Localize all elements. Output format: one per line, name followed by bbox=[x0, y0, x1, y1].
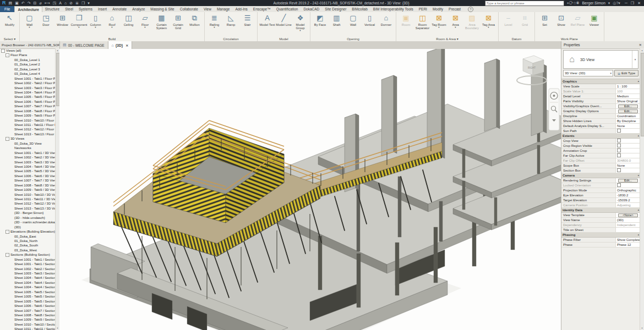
tree-item-sheet-1005-takt5-section[interactable]: Sheet 1005 - Takt5 / Section bbox=[0, 294, 56, 299]
ribbon-tool-curtain-grid[interactable]: ⊞Curtain Grid bbox=[170, 13, 186, 36]
scroll-thumb[interactable] bbox=[641, 53, 644, 136]
property-value[interactable]: Show Original bbox=[615, 99, 640, 103]
ribbon-help-icon[interactable]: ? bbox=[468, 7, 473, 12]
tree-item-sheet-1007-takt7-3d-view[interactable]: Sheet 1007 - Takt7 / 3D View bbox=[0, 178, 56, 183]
ribbon-tool-shaft[interactable]: ▥Shaft bbox=[329, 13, 345, 36]
property-value[interactable]: Edit... bbox=[615, 178, 640, 183]
property-value[interactable] bbox=[615, 153, 640, 158]
property-checkbox[interactable] bbox=[617, 153, 621, 157]
property-checkbox[interactable] bbox=[617, 144, 621, 147]
property-value[interactable]: Orthographic bbox=[615, 188, 640, 193]
tree-item-sections-building-section[interactable]: -Sections (Building Section) bbox=[0, 252, 56, 257]
ribbon-tool-show[interactable]: ⊡Show bbox=[553, 13, 569, 36]
ribbon-tab-annotate[interactable]: Annotate bbox=[110, 6, 129, 12]
tree-item-sheet-1006-takt6-section[interactable]: Sheet 1006 - Takt6 / Section bbox=[0, 304, 56, 308]
tree-item-sheet-1006-takt6-floor-plan[interactable]: Sheet 1006 - Takt6 / Floor Plan bbox=[0, 100, 56, 104]
ribbon-tool-wall[interactable]: ▢Wall▾ bbox=[21, 13, 37, 36]
ribbon-tab-site-designer[interactable]: Site Designer bbox=[322, 6, 349, 12]
text-icon[interactable]: A bbox=[59, 0, 62, 6]
tree-item-sheet-1010-takt10-floor-plan[interactable]: Sheet 1010 - Takt10 / Floor Plan bbox=[0, 118, 56, 123]
property-checkbox[interactable] bbox=[617, 168, 621, 172]
property-value[interactable] bbox=[615, 139, 640, 143]
property-value[interactable] bbox=[615, 129, 640, 133]
tree-item-sheet-1011-takt11-section[interactable]: Sheet 1011 - Takt11 / Section bbox=[0, 327, 56, 330]
ribbon-tab-enscape[interactable]: Enscape™ bbox=[250, 6, 274, 12]
tree-item-sheet-1005-takt5-floor-plan[interactable]: Sheet 1005 - Takt5 / Floor Plan bbox=[0, 95, 56, 99]
tree-item-sheet-1002-takt2-3d-view[interactable]: Sheet 1002 - Takt2 / 3D View bbox=[0, 155, 56, 160]
tree-item-sheet-1003-takt3-3d-view[interactable]: Sheet 1003 - Takt3 / 3D View bbox=[0, 160, 56, 164]
property-value[interactable]: -1830.2 bbox=[615, 193, 640, 197]
ribbon-tab-analyze[interactable]: Analyze bbox=[129, 6, 148, 12]
tree-item-sheet-1010-takt10-section[interactable]: Sheet 1010 - Takt10 / Section bbox=[0, 322, 56, 327]
property-section-camera[interactable]: Camera▴ bbox=[561, 173, 640, 178]
tree-item-sheet-1012-takt12-floor-plan[interactable]: Sheet 1012 - Takt12 / Floor Plan bbox=[0, 127, 56, 131]
tree-item-sheet-1007-takt7-floor-plan[interactable]: Sheet 1007 - Takt7 / Floor Plan bbox=[0, 104, 56, 108]
ribbon-tool-model-line[interactable]: ╱Model Line bbox=[276, 13, 292, 36]
ribbon-tab-structure[interactable]: Structure bbox=[42, 6, 62, 12]
tree-item-00-doka-level-1[interactable]: 00_Doka_Level 1 bbox=[0, 58, 56, 62]
tree-item-sheet-1002-takt2-section[interactable]: Sheet 1002 - Takt2 / Section bbox=[0, 267, 56, 271]
property-value[interactable]: By Discipline bbox=[615, 119, 640, 123]
tree-item-3d-martin-schneider-doka[interactable]: {3D - martin.schneider.doka} bbox=[0, 220, 56, 224]
expander-icon[interactable]: - bbox=[1, 49, 5, 53]
restore-button[interactable]: ❐ bbox=[629, 1, 636, 5]
tree-item-sheet-1008-takt8-3d-view[interactable]: Sheet 1008 - Takt8 / 3D View bbox=[0, 183, 56, 188]
tree-item-sheet-1008-takt8-section[interactable]: Sheet 1008 - Takt8 / Section bbox=[0, 313, 56, 317]
measure-icon[interactable]: ⌀ bbox=[39, 0, 41, 6]
print-icon[interactable]: ⊟ bbox=[34, 0, 37, 6]
ribbon-tab-bimcollab[interactable]: BIMcollab bbox=[349, 6, 370, 12]
ribbon-tab-file[interactable]: File bbox=[0, 6, 14, 12]
ribbon-tool-area[interactable]: ⊠Area▾ bbox=[447, 13, 463, 36]
tree-item-3d-berger-simon[interactable]: {3D - Berger.Simon} bbox=[0, 211, 56, 215]
edit-type-button[interactable]: ⊞ Edit Type bbox=[614, 70, 638, 76]
tree-item-01-doka-level-2[interactable]: 01_Doka_Level 2 bbox=[0, 62, 56, 67]
ribbon-tab-manage[interactable]: Manage bbox=[214, 6, 233, 12]
property-value[interactable]: Phase 12 bbox=[615, 243, 640, 247]
project-browser-scrollbar[interactable]: ▲ ▼ bbox=[55, 48, 59, 330]
ribbon-tool-ramp[interactable]: ◺Ramp bbox=[223, 13, 239, 36]
property-value[interactable]: Medium bbox=[615, 94, 640, 98]
tree-item-sheet-1001-takt1-3d-view[interactable]: Sheet 1001 - Takt1 / 3D View bbox=[0, 151, 56, 155]
property-value[interactable]: -15039.2 bbox=[615, 198, 640, 202]
tree-item-sheet-1004-takt4-section[interactable]: Sheet 1004 - Takt4 / Section bbox=[0, 280, 56, 285]
signin-user-label[interactable]: Berger.Simon bbox=[582, 1, 605, 5]
tree-item-sheet-1008-takt8-floor-plan[interactable]: Sheet 1008 - Takt8 / Floor Plan bbox=[0, 109, 56, 113]
property-value[interactable]: Edit... bbox=[615, 109, 640, 113]
tree-item-sheet-1009-takt9-section[interactable]: Sheet 1009 - Takt9 / Section bbox=[0, 317, 56, 322]
properties-scrollbar[interactable]: ▲ ▼ bbox=[640, 48, 644, 330]
tree-item-sheet-1007-takt7-section[interactable]: Sheet 1007 - Takt7 / Section bbox=[0, 309, 56, 313]
save-icon[interactable]: ▣ bbox=[15, 0, 19, 6]
ribbon-tab-add-ins[interactable]: Add-Ins bbox=[232, 6, 250, 12]
ribbon-tool-tag-area[interactable]: ⊠Tag Area▾ bbox=[481, 13, 496, 36]
property-value[interactable] bbox=[615, 228, 640, 232]
tag-icon[interactable]: ◳ bbox=[53, 0, 57, 6]
minimize-button[interactable]: ─ bbox=[623, 1, 629, 5]
scroll-down-icon[interactable]: ▼ bbox=[640, 327, 644, 329]
tree-item-sheet-1006-takt6-3d-view[interactable]: Sheet 1006 - Takt6 / 3D View bbox=[0, 174, 56, 178]
property-value[interactable]: None bbox=[615, 124, 640, 128]
property-checkbox[interactable] bbox=[617, 148, 621, 152]
avatar-icon[interactable]: ◉ bbox=[576, 1, 580, 5]
help-arrow-icon[interactable]: ▾ bbox=[618, 1, 620, 5]
tree-item-3d-hilde-umdasch[interactable]: {3D - hilde.umdasch} bbox=[0, 216, 56, 220]
tree-item-sheet-1001-takt1-section[interactable]: Sheet 1001 - Takt1 / Section bbox=[0, 257, 56, 262]
close-button[interactable]: ✕ bbox=[636, 1, 642, 5]
tree-item-sheet-1009-takt9-floor-plan[interactable]: Sheet 1009 - Takt9 / Floor Plan bbox=[0, 113, 56, 118]
property-section-phasing[interactable]: Phasing▴ bbox=[561, 233, 640, 238]
property-value[interactable]: <None> bbox=[615, 213, 640, 217]
ribbon-tool-room-separator[interactable]: ◫Room Separator bbox=[414, 13, 430, 36]
ribbon-tab-precast[interactable]: Precast bbox=[446, 6, 463, 12]
property-value[interactable]: 1 : 100 bbox=[615, 84, 640, 89]
tree-item-sheet-1001-takt1-floor-plan[interactable]: Sheet 1001 - Takt1 / Floor Plan bbox=[0, 76, 56, 81]
property-edit-button[interactable]: <None> bbox=[618, 213, 638, 217]
tree-item-sheet-1010-takt10-3d-view[interactable]: Sheet 1010 - Takt10 / 3D View bbox=[0, 193, 56, 197]
view-tab-3d[interactable]: ⌂{3D}✕ bbox=[108, 41, 133, 49]
ribbon-tool-vertical[interactable]: ▯Vertical bbox=[362, 13, 378, 36]
ribbon-tab-systems[interactable]: Systems bbox=[76, 6, 95, 12]
properties-close-icon[interactable]: ✕ bbox=[639, 43, 642, 47]
expander-icon[interactable]: - bbox=[6, 53, 9, 57]
ribbon-tool-model-text[interactable]: AModel Text bbox=[259, 13, 275, 36]
tree-item-3d[interactable]: {3D} bbox=[0, 225, 56, 229]
ribbon-tool-dormer[interactable]: ⌂Dormer bbox=[378, 13, 394, 36]
3d-model-view[interactable]: RIGHT bbox=[59, 49, 561, 330]
